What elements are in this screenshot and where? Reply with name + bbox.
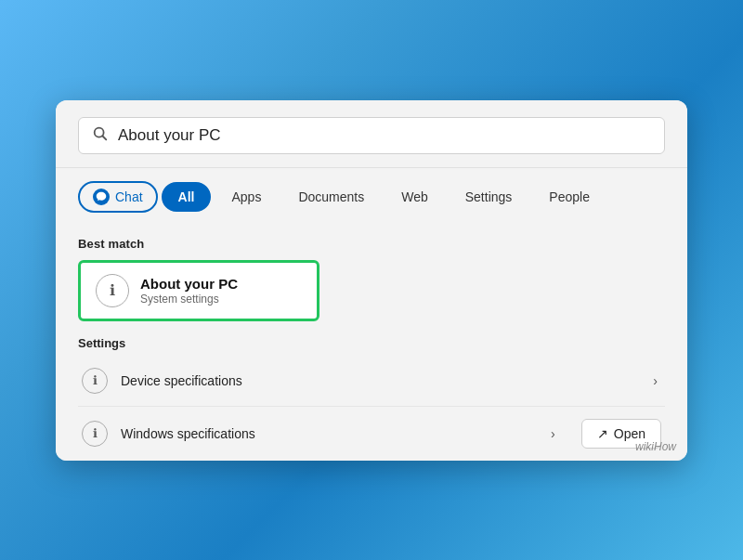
device-text: Device specifications [121, 373, 653, 388]
settings-row-device[interactable]: ℹ Device specifications › [78, 356, 665, 407]
filter-tabs: Chat All Apps Documents Web Settings Peo… [56, 168, 687, 222]
wikihow-badge: wikiHow [635, 440, 676, 453]
best-match-title: About your PC [140, 276, 238, 292]
device-chevron-icon: › [653, 373, 658, 388]
open-button-label: Open [614, 426, 645, 441]
tab-settings-label: Settings [465, 189, 513, 204]
tab-documents[interactable]: Documents [281, 182, 381, 212]
chat-icon [93, 189, 110, 205]
search-input[interactable] [118, 126, 651, 145]
settings-section-label: Settings [78, 336, 665, 350]
search-bar-area [56, 100, 687, 168]
best-match-subtitle: System settings [140, 293, 238, 306]
windows-text: Windows specifications [121, 426, 551, 441]
tab-apps[interactable]: Apps [215, 182, 278, 212]
settings-row-windows[interactable]: ℹ Windows specifications › ↗ Open [78, 407, 665, 461]
search-panel: Chat All Apps Documents Web Settings Peo… [56, 100, 687, 461]
tab-people[interactable]: People [532, 182, 606, 212]
device-icon: ℹ [82, 368, 108, 394]
settings-section: Settings ℹ Device specifications › ℹ Win… [78, 336, 665, 461]
tab-all-label: All [178, 189, 195, 204]
tab-apps-label: Apps [231, 189, 261, 204]
tab-settings[interactable]: Settings [449, 182, 529, 212]
best-match-label: Best match [78, 237, 665, 251]
tab-web[interactable]: Web [385, 182, 445, 212]
tab-web-label: Web [401, 189, 428, 204]
results-area: Best match ℹ About your PC System settin… [56, 222, 687, 461]
windows-chevron-icon: › [551, 426, 555, 441]
search-icon [92, 125, 109, 146]
best-match-text: About your PC System settings [140, 276, 238, 306]
tab-chat[interactable]: Chat [78, 181, 158, 213]
tab-all[interactable]: All [162, 182, 212, 212]
tab-people-label: People [549, 189, 590, 204]
svg-line-1 [102, 136, 106, 139]
windows-icon: ℹ [82, 421, 108, 447]
tab-chat-label: Chat [115, 189, 143, 204]
tab-documents-label: Documents [298, 189, 364, 204]
best-match-item[interactable]: ℹ About your PC System settings [78, 260, 319, 321]
open-link-icon: ↗ [597, 426, 608, 441]
best-match-icon: ℹ [96, 274, 129, 307]
search-input-wrapper[interactable] [78, 117, 665, 154]
